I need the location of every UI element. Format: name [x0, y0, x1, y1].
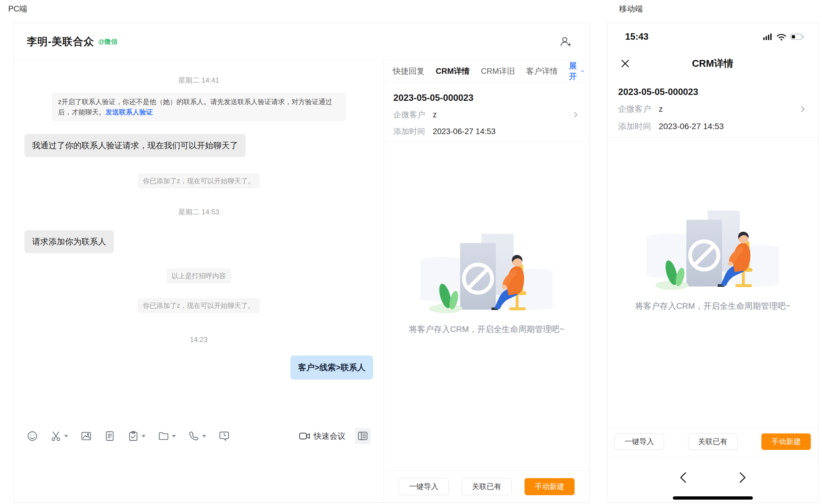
- crm-record-card: 2023-05-05-000023 企微客户 z 添加时间 2023-06-27…: [607, 77, 818, 138]
- send-verify-link[interactable]: 发送联系人验证: [106, 108, 153, 116]
- link-existing-button[interactable]: 关联已有: [462, 478, 512, 495]
- dropdown-caret-icon: [172, 435, 176, 438]
- status-bar: 15:43: [607, 23, 818, 50]
- link-existing-button[interactable]: 关联已有: [688, 433, 738, 450]
- message-list: 星期二 14:41 z开启了联系人验证，你还不是他（她）的联系人。请先发送联系人…: [14, 60, 384, 420]
- empty-state-text: 将客户存入CRM，开启全生命周期管理吧~: [635, 301, 790, 312]
- crm-record-card: 2023-05-05-000023 企微客户 z 添加时间 2023-06-27…: [384, 82, 589, 142]
- status-time: 15:43: [625, 31, 649, 42]
- message-bubble-left: 请求添加你为联系人: [24, 230, 114, 253]
- crm-action-bar: 一键导入 关联已有 手动新建: [384, 470, 589, 503]
- added-notice: 你已添加了z，现在可以开始聊天了。: [138, 173, 260, 188]
- wechat-badge: @微信: [98, 37, 117, 46]
- expand-button[interactable]: 展开: [569, 61, 584, 82]
- message-bubble-right: 客户>线索>联系人: [290, 356, 373, 380]
- contact-verify-notice: z开启了联系人验证，你还不是他（她）的联系人。请先发送联系人验证请求，对方验证通…: [52, 93, 346, 121]
- chat-toolbar: 快速会议: [14, 420, 384, 453]
- create-manually-button[interactable]: 手动新建: [524, 478, 574, 495]
- expand-label: 展开: [569, 61, 579, 82]
- empty-illustration: [420, 230, 553, 317]
- chevron-down-icon: [580, 68, 584, 74]
- customer-label: 企微客户: [393, 109, 425, 120]
- chat-column: 星期二 14:41 z开启了联系人验证，你还不是他（她）的联系人。请先发送联系人…: [14, 60, 384, 503]
- screenshot-icon[interactable]: [50, 430, 68, 442]
- crm-action-bar: 一键导入 关联已有 手动新建: [607, 427, 818, 456]
- import-button[interactable]: 一键导入: [399, 478, 449, 495]
- record-id: 2023-05-05-000023: [393, 93, 580, 103]
- task-icon[interactable]: [128, 430, 146, 442]
- dropdown-caret-icon: [141, 435, 146, 438]
- forward-arrow-icon[interactable]: [735, 470, 749, 485]
- record-row-added-time: 添加时间 2023-06-27 14:53: [618, 121, 807, 132]
- battery-icon: [790, 33, 805, 41]
- tab-crm-detail-old[interactable]: CRM详旧: [481, 66, 515, 76]
- dropdown-caret-icon: [64, 435, 68, 438]
- home-indicator: [673, 496, 753, 500]
- chevron-right-icon: [572, 111, 580, 119]
- tab-quick-reply[interactable]: 快捷回复: [393, 66, 425, 76]
- mobile-footer: [607, 456, 818, 503]
- import-button[interactable]: 一键导入: [614, 433, 664, 450]
- call-icon[interactable]: [188, 430, 206, 442]
- record-id: 2023-05-05-000023: [618, 87, 807, 97]
- chevron-right-icon: [798, 105, 807, 114]
- image-icon[interactable]: [81, 430, 92, 442]
- chat-timestamp: 14:23: [24, 336, 373, 344]
- customer-value: z: [433, 110, 437, 119]
- chat-title: 李明-美联合众: [27, 35, 94, 49]
- screenshot-canvas: PC端 移动端 李明-美联合众 @微信 星期二 14:41 z开启了联系人验证，…: [0, 0, 822, 504]
- empty-state-text: 将客户存入CRM，开启全生命周期管理吧~: [409, 324, 564, 335]
- back-arrow-icon[interactable]: [677, 470, 691, 485]
- sidebar-tabs: 快捷回复 CRM详情 CRM详旧 客户详情 展开: [384, 60, 589, 82]
- sidebar-toggle-icon[interactable]: [355, 428, 371, 444]
- chat-history-icon[interactable]: [219, 430, 230, 442]
- mobile-panel-label: 移动端: [619, 4, 643, 14]
- added-time-label: 添加时间: [393, 126, 425, 137]
- mobile-crm-window: 15:43: [607, 23, 818, 503]
- pc-panel-label: PC端: [8, 4, 27, 14]
- customer-value: z: [659, 104, 663, 114]
- crm-sidebar: 快捷回复 CRM详情 CRM详旧 客户详情 展开 2023-05-05-0000…: [384, 60, 589, 503]
- file-icon[interactable]: [104, 430, 115, 442]
- empty-illustration: [647, 207, 779, 293]
- quick-meeting-label: 快速会议: [314, 431, 345, 441]
- dropdown-caret-icon: [202, 435, 206, 438]
- create-manually-button[interactable]: 手动新建: [761, 433, 811, 450]
- chat-header: 李明-美联合众 @微信: [14, 23, 589, 60]
- folder-icon[interactable]: [158, 430, 176, 442]
- customer-label: 企微客户: [618, 104, 651, 115]
- contact-verify-text: z开启了联系人验证，你还不是他（她）的联系人。请先发送联系人验证请求，对方验证通…: [58, 98, 333, 116]
- added-time-value: 2023-06-27 14:53: [433, 127, 495, 136]
- added-notice: 你已添加了z，现在可以开始聊天了。: [138, 298, 260, 313]
- tab-customer-detail[interactable]: 客户详情: [526, 66, 558, 76]
- greeting-notice: 以上是打招呼内容: [166, 268, 231, 283]
- quick-meeting-button[interactable]: 快速会议: [299, 431, 345, 441]
- close-icon[interactable]: [620, 58, 631, 69]
- wifi-icon: [776, 33, 787, 41]
- mobile-nav-bar: CRM详情: [607, 50, 818, 77]
- message-input[interactable]: [14, 453, 384, 503]
- record-row-added-time: 添加时间 2023-06-27 14:53: [393, 126, 580, 137]
- record-row-customer[interactable]: 企微客户 z: [618, 104, 807, 115]
- record-row-customer[interactable]: 企微客户 z: [393, 109, 580, 120]
- chat-timestamp: 星期二 14:53: [24, 207, 373, 217]
- crm-empty-state: 将客户存入CRM，开启全生命周期管理吧~: [384, 142, 589, 470]
- crm-empty-state: 将客户存入CRM，开启全生命周期管理吧~: [607, 138, 818, 427]
- tab-crm-detail[interactable]: CRM详情: [436, 66, 470, 76]
- added-time-label: 添加时间: [618, 121, 651, 132]
- person-add-icon[interactable]: [559, 36, 572, 48]
- cellular-signal-icon: [763, 33, 773, 41]
- mobile-page-title: CRM详情: [607, 57, 818, 70]
- emoji-icon[interactable]: [27, 430, 38, 442]
- chat-timestamp: 星期二 14:41: [24, 76, 373, 85]
- pc-chat-window: 李明-美联合众 @微信 星期二 14:41 z开启了联系人验证，你还不是他（她）…: [14, 23, 589, 503]
- message-bubble-left: 我通过了你的联系人验证请求，现在我们可以开始聊天了: [24, 134, 246, 157]
- added-time-value: 2023-06-27 14:53: [659, 122, 724, 131]
